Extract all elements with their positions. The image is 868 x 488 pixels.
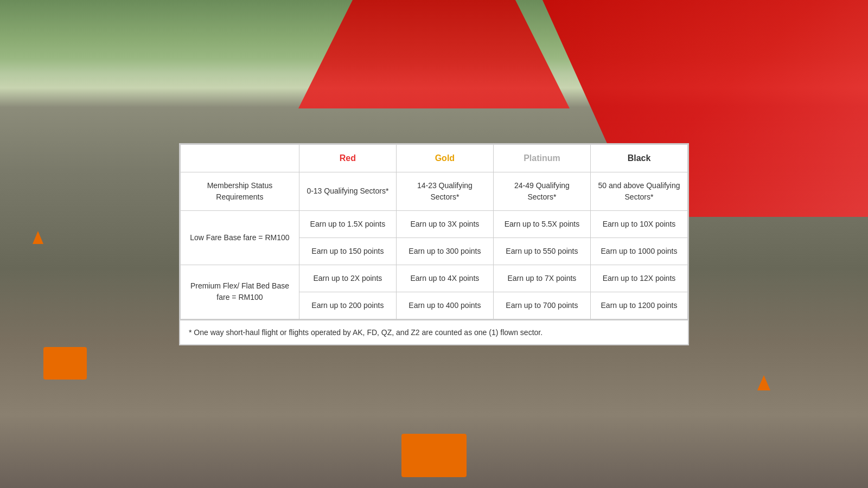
table-row-low-fare-multiplier: Low Fare Base fare = RM100 Earn up to 1.…	[181, 210, 688, 237]
header-gold: Gold	[396, 144, 493, 172]
cell-low-fare-platinum-multiplier: Earn up to 5.5X points	[493, 210, 590, 237]
cell-low-fare-black-points: Earn up to 1000 points	[590, 237, 687, 265]
cell-premium-red-points: Earn up to 200 points	[299, 292, 396, 319]
cell-premium-gold-points: Earn up to 400 points	[396, 292, 493, 319]
cell-premium-black-multiplier: Earn up to 12X points	[590, 265, 687, 292]
footnote-text: * One way short-haul flight or flights o…	[189, 328, 542, 337]
cell-low-fare-red-points: Earn up to 150 points	[299, 237, 396, 265]
table-row-premium-multiplier: Premium Flex/ Flat Bed Base fare = RM100…	[181, 265, 688, 292]
cell-low-fare-red-multiplier: Earn up to 1.5X points	[299, 210, 396, 237]
cell-membership-black: 50 and above Qualifying Sectors*	[590, 172, 687, 210]
cell-low-fare-black-multiplier: Earn up to 10X points	[590, 210, 687, 237]
content-overlay: Red Gold Platinum Black Membership S	[0, 0, 868, 488]
cell-membership-platinum: 24-49 Qualifying Sectors*	[493, 172, 590, 210]
cell-membership-gold: 14-23 Qualifying Sectors*	[396, 172, 493, 210]
cell-premium-platinum-multiplier: Earn up to 7X points	[493, 265, 590, 292]
membership-table: Red Gold Platinum Black Membership S	[180, 144, 688, 319]
row-label-membership: Membership Status Requirements	[181, 172, 299, 210]
cell-membership-red: 0-13 Qualifying Sectors*	[299, 172, 396, 210]
cell-low-fare-gold-multiplier: Earn up to 3X points	[396, 210, 493, 237]
header-red: Red	[299, 144, 396, 172]
table-header-row: Red Gold Platinum Black	[181, 144, 688, 172]
row-label-low-fare: Low Fare Base fare = RM100	[181, 210, 299, 265]
header-empty-cell	[181, 144, 299, 172]
header-platinum: Platinum	[493, 144, 590, 172]
cell-premium-gold-multiplier: Earn up to 4X points	[396, 265, 493, 292]
header-black: Black	[590, 144, 687, 172]
table-row-membership: Membership Status Requirements 0-13 Qual…	[181, 172, 688, 210]
info-table-container: Red Gold Platinum Black Membership S	[179, 143, 689, 320]
cell-premium-red-multiplier: Earn up to 2X points	[299, 265, 396, 292]
cell-premium-black-points: Earn up to 1200 points	[590, 292, 687, 319]
footnote-container: * One way short-haul flight or flights o…	[179, 320, 689, 345]
cell-premium-platinum-points: Earn up to 700 points	[493, 292, 590, 319]
row-label-premium: Premium Flex/ Flat Bed Base fare = RM100	[181, 265, 299, 319]
cell-low-fare-gold-points: Earn up to 300 points	[396, 237, 493, 265]
cell-low-fare-platinum-points: Earn up to 550 points	[493, 237, 590, 265]
